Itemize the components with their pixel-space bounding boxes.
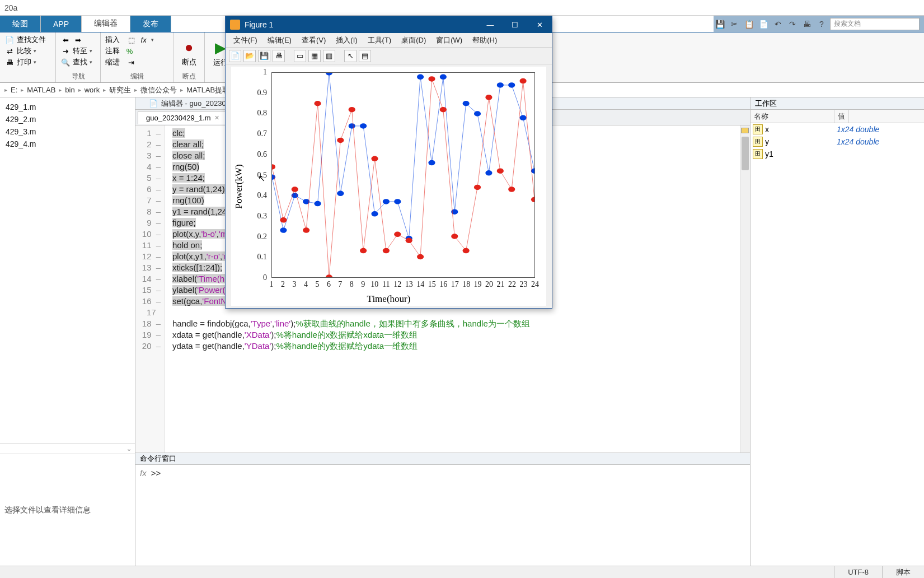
goto-icon: ➜ bbox=[60, 46, 71, 56]
tab-publish[interactable]: 发布 bbox=[130, 16, 171, 32]
tab-editor[interactable]: 编辑器 bbox=[82, 16, 130, 32]
figure-toolbar: 📄 📂 💾 🖶 ▭ ▦ ▥ ↖ ▤ bbox=[226, 48, 552, 64]
find-files-button[interactable]: 📄查找文件 bbox=[4, 35, 51, 45]
command-window[interactable]: fx>> bbox=[135, 465, 750, 566]
tool2-icon[interactable]: ▦ bbox=[308, 50, 321, 62]
breadcrumb-item[interactable]: 研究生 bbox=[109, 85, 131, 95]
workspace-var[interactable]: 田y1x24 double bbox=[751, 136, 924, 148]
menu-view[interactable]: 查看(V) bbox=[297, 34, 330, 46]
help-icon[interactable]: ? bbox=[815, 18, 828, 30]
breadcrumb-item[interactable]: MATLAB bbox=[27, 86, 55, 94]
close-button[interactable]: ✕ bbox=[527, 16, 552, 33]
edit-group-label: 编辑 bbox=[105, 71, 168, 81]
redo-icon[interactable]: ↷ bbox=[786, 18, 799, 30]
find-files-icon: 📄 bbox=[4, 35, 15, 45]
menu-edit[interactable]: 编辑(E) bbox=[263, 34, 296, 46]
insert-button[interactable]: 插入 ⬚fx▾ bbox=[105, 35, 168, 45]
workspace-var[interactable]: 田x1x24 double bbox=[751, 123, 924, 136]
figure-canvas: Power(kW) 00.10.20.30.40.50.60.70.80.91 … bbox=[231, 67, 546, 306]
figure-icon bbox=[230, 20, 240, 30]
file-item[interactable]: 429_1.m bbox=[2, 101, 133, 113]
svg-point-38 bbox=[428, 76, 435, 81]
file-item[interactable]: 429_2.m bbox=[2, 113, 133, 125]
breakpoint-button[interactable]: ● bbox=[185, 39, 194, 56]
scrollbar-thumb[interactable] bbox=[742, 137, 749, 170]
file-item[interactable]: 429_4.m bbox=[2, 138, 133, 150]
print-icon[interactable]: 🖶 bbox=[273, 50, 285, 62]
collapse-toggle[interactable]: ⌄ bbox=[0, 444, 135, 454]
svg-point-34 bbox=[383, 248, 390, 253]
maximize-button[interactable]: ☐ bbox=[503, 16, 527, 33]
find-button[interactable]: 🔍查找▾ bbox=[60, 57, 96, 67]
svg-point-39 bbox=[440, 107, 447, 112]
plot-area bbox=[271, 72, 535, 278]
breadcrumb-item[interactable]: work bbox=[85, 86, 100, 94]
svg-point-15 bbox=[440, 74, 447, 80]
tool1-icon[interactable]: ▭ bbox=[294, 50, 306, 62]
undo-icon[interactable]: ↶ bbox=[772, 18, 784, 30]
figure-titlebar[interactable]: Figure 1 — ☐ ✕ bbox=[226, 16, 552, 33]
minimize-button[interactable]: — bbox=[478, 16, 503, 33]
status-encoding: UTF-8 bbox=[834, 566, 882, 578]
save-icon[interactable]: 💾 bbox=[258, 50, 270, 62]
tool3-icon[interactable]: ▥ bbox=[323, 50, 335, 62]
copy-icon[interactable]: 📋 bbox=[743, 18, 755, 30]
workspace-col-name[interactable]: 名称 bbox=[751, 110, 834, 123]
search-input[interactable]: 搜索文档 bbox=[830, 18, 920, 30]
breadcrumb-item[interactable]: E: bbox=[11, 86, 17, 94]
svg-point-43 bbox=[485, 95, 492, 100]
open-icon[interactable]: 📂 bbox=[243, 50, 256, 62]
status-bar: UTF-8 脚本 bbox=[0, 566, 924, 578]
menu-help[interactable]: 帮助(H) bbox=[468, 34, 501, 46]
menu-tools[interactable]: 工具(T) bbox=[363, 34, 396, 46]
cut-icon[interactable]: ✂ bbox=[728, 18, 740, 30]
workspace-col-value[interactable]: 值 bbox=[834, 110, 849, 123]
svg-point-46 bbox=[520, 78, 527, 83]
svg-point-14 bbox=[428, 160, 435, 165]
save-icon[interactable]: 💾 bbox=[714, 18, 726, 30]
menu-insert[interactable]: 插入(I) bbox=[331, 34, 362, 46]
figure-window[interactable]: Figure 1 — ☐ ✕ 文件(F) 编辑(E) 查看(V) 插入(I) 工… bbox=[225, 16, 552, 309]
editor-tab[interactable]: guo_20230429_1.m✕ bbox=[138, 111, 228, 124]
arrow-left-icon: ⬅ bbox=[60, 35, 71, 45]
compare-icon: ⇄ bbox=[4, 46, 15, 56]
nav-back-button[interactable]: ⬅➡ bbox=[60, 35, 96, 45]
goto-button[interactable]: ➜转至▾ bbox=[60, 46, 96, 56]
close-icon[interactable]: ✕ bbox=[214, 114, 219, 122]
svg-point-8 bbox=[360, 123, 367, 128]
document-icon: 📄 bbox=[149, 99, 158, 108]
indent-button[interactable]: 缩进 ⇥ bbox=[105, 57, 168, 67]
svg-point-9 bbox=[371, 211, 378, 216]
svg-point-7 bbox=[349, 123, 355, 128]
menu-file[interactable]: 文件(F) bbox=[229, 34, 262, 46]
svg-point-41 bbox=[463, 248, 470, 253]
tab-app[interactable]: APP bbox=[41, 16, 82, 32]
run-button[interactable]: ▶ bbox=[215, 39, 226, 57]
pointer-icon[interactable]: ↖ bbox=[344, 50, 357, 62]
compare-button[interactable]: ⇄比较▾ bbox=[4, 46, 51, 56]
svg-point-21 bbox=[508, 82, 515, 87]
menu-window[interactable]: 窗口(W) bbox=[431, 34, 467, 46]
new-figure-icon[interactable]: 📄 bbox=[229, 50, 241, 62]
comment-button[interactable]: 注释 % bbox=[105, 46, 168, 56]
svg-point-37 bbox=[417, 254, 424, 259]
workspace-title: 工作区 bbox=[751, 97, 924, 110]
line-gutter: 1 –2 –3 –4 –5 –6 –7 –8 –9 –10 –11 –12 –1… bbox=[135, 125, 165, 453]
breadcrumb-item[interactable]: 微信公众号 bbox=[140, 85, 177, 95]
workspace-var[interactable]: 田y1 bbox=[751, 148, 924, 160]
insert-legend-icon[interactable]: ▤ bbox=[359, 50, 371, 62]
scrollbar-vertical[interactable] bbox=[740, 125, 750, 453]
svg-point-24 bbox=[272, 164, 275, 169]
workspace-pane: 工作区 名称 值 田x1x24 double田y1x24 double田y1 bbox=[751, 97, 924, 566]
print-button[interactable]: 🖶打印▾ bbox=[4, 57, 51, 67]
svg-point-17 bbox=[463, 101, 470, 106]
svg-point-25 bbox=[280, 217, 287, 222]
print-icon: 🖶 bbox=[4, 57, 15, 67]
file-item[interactable]: 429_3.m bbox=[2, 125, 133, 138]
tab-plot[interactable]: 绘图 bbox=[0, 16, 41, 32]
svg-point-33 bbox=[371, 156, 378, 161]
paste-icon[interactable]: 📄 bbox=[757, 18, 770, 30]
breadcrumb-item[interactable]: bin bbox=[65, 86, 74, 94]
menu-desktop[interactable]: 桌面(D) bbox=[397, 34, 430, 46]
print-icon[interactable]: 🖶 bbox=[801, 18, 813, 30]
